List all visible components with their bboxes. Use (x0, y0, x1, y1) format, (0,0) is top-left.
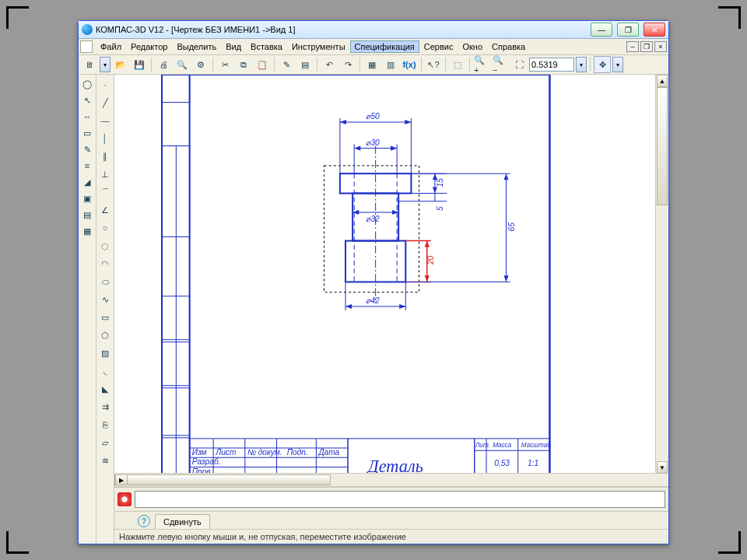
new-button[interactable]: 🗎 (81, 56, 98, 73)
stop-icon[interactable]: ⬢ (117, 492, 132, 506)
horizontal-scrollbar[interactable]: ◀ ▶ (114, 473, 656, 486)
menu-editor[interactable]: Редактор (126, 40, 172, 53)
dim-d32: ⌀32 (366, 215, 380, 223)
library-button[interactable]: ▥ (382, 56, 399, 73)
zoom-fit-button[interactable]: ⛶ (510, 56, 528, 73)
spec-tool[interactable]: ▤ (79, 207, 95, 222)
paste-button[interactable]: 📋 (254, 56, 271, 73)
app-window: КОМПАС-3D V12 - [Чертеж БЕЗ ИМЕНИ1 ->Вид… (78, 20, 669, 544)
property-input[interactable] (135, 491, 665, 508)
svg-marker-40 (405, 120, 411, 124)
scroll-right-button[interactable]: ▶ (115, 474, 128, 485)
svg-marker-44 (354, 146, 360, 151)
vertical-scrollbar[interactable]: ▲ ▼ (655, 75, 668, 474)
hscroll-thumb[interactable] (127, 474, 331, 485)
tb-scale: Масштаб (521, 442, 551, 449)
spline-tool[interactable]: ∿ (96, 291, 114, 308)
print-preview-button[interactable]: 🔍 (174, 56, 191, 73)
bisector-tool[interactable]: ∠ (96, 201, 114, 219)
menubar: Файл Редактор Выделить Вид Вставка Инстр… (79, 39, 668, 55)
mdi-minimize-button[interactable]: – (626, 41, 639, 52)
cut-button[interactable]: ✂ (216, 56, 233, 73)
properties-button[interactable]: ⚙ (192, 56, 209, 73)
menu-help[interactable]: Справка (487, 40, 530, 53)
arc-tool[interactable]: ◠ (96, 255, 114, 272)
menu-file[interactable]: Файл (96, 40, 126, 53)
menu-view[interactable]: Вид (221, 40, 246, 53)
select-tool[interactable]: ▣ (79, 191, 95, 206)
scroll-down-button[interactable]: ▼ (657, 461, 668, 474)
vline-tool[interactable]: │ (96, 130, 114, 147)
menu-service[interactable]: Сервис (419, 40, 458, 53)
manager-button[interactable]: ▦ (363, 56, 381, 73)
contour-tool[interactable]: ▱ (96, 434, 114, 451)
line-tool[interactable]: ╱ (96, 94, 114, 111)
pan-dropdown[interactable]: ▾ (612, 57, 623, 72)
menu-select[interactable]: Выделить (172, 40, 221, 53)
scale-value: 1:1 (528, 459, 538, 467)
menu-insert[interactable]: Вставка (246, 40, 287, 53)
titlebar[interactable]: КОМПАС-3D V12 - [Чертеж БЕЗ ИМЕНИ1 ->Вид… (79, 21, 668, 39)
mdi-close-button[interactable]: × (654, 41, 667, 52)
rect-tool[interactable]: ▭ (96, 309, 114, 326)
help-icon[interactable]: ? (138, 515, 150, 527)
dim-d30: ⌀30 (366, 138, 380, 147)
perp-tool[interactable]: ⊥ (96, 166, 114, 183)
chamfer-tool[interactable]: ◣ (96, 380, 114, 397)
drawing-canvas[interactable]: Изм Лист № докум. Подп. Дата Разраб. Про… (114, 75, 668, 487)
menu-window[interactable]: Окно (458, 40, 487, 53)
parallel-tool[interactable]: ∥ (96, 148, 114, 165)
polygon-tool[interactable]: ⬠ (96, 327, 114, 344)
tab-move[interactable]: Сдвинуть (155, 514, 210, 529)
tangent-tool[interactable]: ⌒ (96, 184, 114, 201)
equid-tool[interactable]: ≋ (96, 452, 114, 469)
edit-tool[interactable]: ✎ (79, 142, 95, 157)
variables-button[interactable]: f(x) (401, 56, 418, 73)
vscroll-thumb[interactable] (657, 87, 668, 205)
param-tool[interactable]: ≡ (79, 158, 95, 173)
hline-tool[interactable]: — (96, 112, 114, 129)
zoom-window-button[interactable]: ⬚ (449, 56, 466, 73)
pointer-tool[interactable]: ↖ (79, 93, 95, 108)
layers-button[interactable]: ▤ (296, 56, 314, 73)
menu-specification[interactable]: Спецификация (350, 40, 419, 53)
geometry-tool[interactable]: ◯ (79, 76, 95, 92)
dim-65: 65 (507, 222, 516, 232)
maximize-button[interactable]: ❐ (617, 23, 639, 37)
new-dropdown[interactable]: ▾ (100, 57, 110, 72)
undo-button[interactable]: ↶ (321, 56, 338, 73)
zoom-input[interactable]: 0.5319 (529, 58, 574, 72)
property-panel: ⬢ (114, 487, 668, 511)
hatch-tool[interactable]: ▨ (96, 345, 114, 362)
collect-tool[interactable]: ⎘ (96, 416, 114, 433)
zoom-out-button[interactable]: 🔍− (492, 56, 509, 73)
circle-tool[interactable]: ○ (96, 219, 114, 236)
scroll-up-button[interactable]: ▲ (657, 75, 668, 87)
pan-button[interactable]: ✥ (594, 56, 611, 73)
ellipse-tool[interactable]: ⬭ (96, 273, 114, 290)
menu-tools[interactable]: Инструменты (287, 40, 350, 53)
open-button[interactable]: 📂 (112, 56, 129, 73)
save-button[interactable]: 💾 (131, 56, 148, 73)
point-tool[interactable]: · (96, 76, 114, 93)
style-button[interactable]: ✎ (278, 56, 295, 73)
redo-button[interactable]: ↷ (339, 56, 356, 73)
copy-button[interactable]: ⧉ (235, 56, 252, 73)
svg-marker-45 (391, 146, 397, 151)
close-button[interactable]: ✕ (644, 23, 665, 37)
annotate-tool[interactable]: ▭ (79, 125, 95, 141)
measure-tool[interactable]: ◢ (79, 174, 95, 190)
offset-tool[interactable]: ⇉ (96, 398, 114, 415)
mdi-restore-button[interactable]: ❐ (640, 41, 653, 52)
dimension-tool[interactable]: ↔ (79, 109, 95, 124)
context-help-button[interactable]: ↖? (425, 56, 442, 73)
circle3p-tool[interactable]: ◌ (96, 237, 114, 254)
zoom-in-button[interactable]: 🔍+ (473, 56, 490, 73)
minimize-button[interactable]: — (591, 23, 612, 37)
report-tool[interactable]: ▦ (79, 223, 95, 239)
svg-marker-34 (425, 241, 430, 247)
dim-20: 20 (426, 255, 435, 265)
fillet-tool[interactable]: ◟ (96, 362, 114, 380)
zoom-dropdown[interactable]: ▾ (576, 57, 587, 72)
print-button[interactable]: 🖨 (155, 56, 172, 73)
